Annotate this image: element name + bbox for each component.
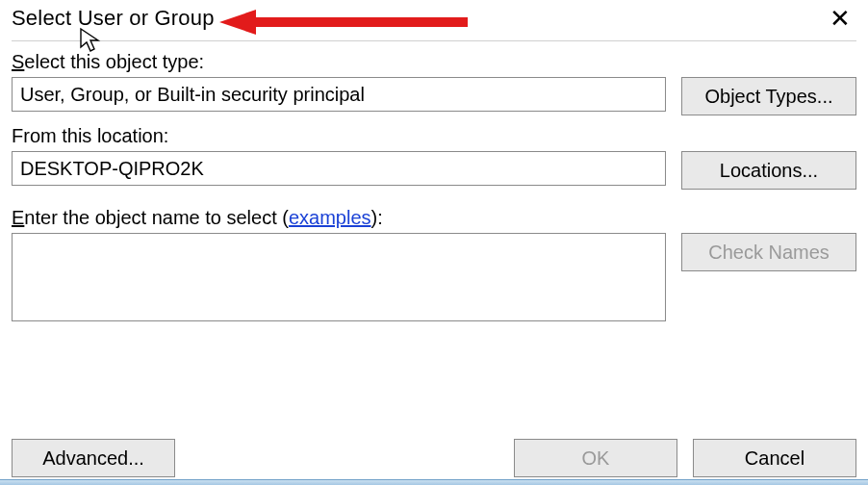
location-section: From this location: DESKTOP-QIPRO2K Loca… (12, 125, 856, 190)
select-user-or-group-dialog: Select User or Group ✕ Select this objec… (0, 0, 868, 485)
object-name-label-text: nter the object name to select (24, 207, 282, 228)
object-name-label-mnemonic: E (12, 207, 24, 228)
bottom-edge-bar (0, 479, 868, 485)
location-value: DESKTOP-QIPRO2K (12, 151, 666, 186)
close-icon[interactable]: ✕ (824, 4, 856, 33)
dialog-footer: Advanced... OK Cancel (12, 439, 856, 477)
location-label: From this location: (12, 125, 856, 147)
cancel-button[interactable]: Cancel (693, 439, 856, 477)
examples-close-paren: ): (371, 207, 383, 228)
advanced-button[interactable]: Advanced... (12, 439, 175, 477)
examples-open-paren: ( (282, 207, 289, 228)
examples-link[interactable]: examples (289, 207, 371, 228)
object-type-label-mnemonic: S (12, 51, 24, 72)
object-type-section: Select this object type: User, Group, or… (12, 51, 856, 115)
check-names-button[interactable]: Check Names (681, 233, 856, 271)
object-name-label: Enter the object name to select (example… (12, 207, 856, 229)
object-type-label: Select this object type: (12, 51, 856, 73)
object-name-input[interactable] (12, 233, 666, 321)
titlebar: Select User or Group ✕ (12, 0, 856, 38)
titlebar-separator (12, 40, 856, 41)
object-type-label-text: elect this object type: (24, 51, 204, 72)
object-name-section: Enter the object name to select (example… (12, 207, 856, 321)
object-type-value: User, Group, or Built-in security princi… (12, 77, 666, 112)
object-types-button[interactable]: Object Types... (681, 77, 856, 115)
locations-button[interactable]: Locations... (681, 151, 856, 190)
dialog-title: Select User or Group (12, 6, 215, 31)
ok-button[interactable]: OK (514, 439, 677, 477)
